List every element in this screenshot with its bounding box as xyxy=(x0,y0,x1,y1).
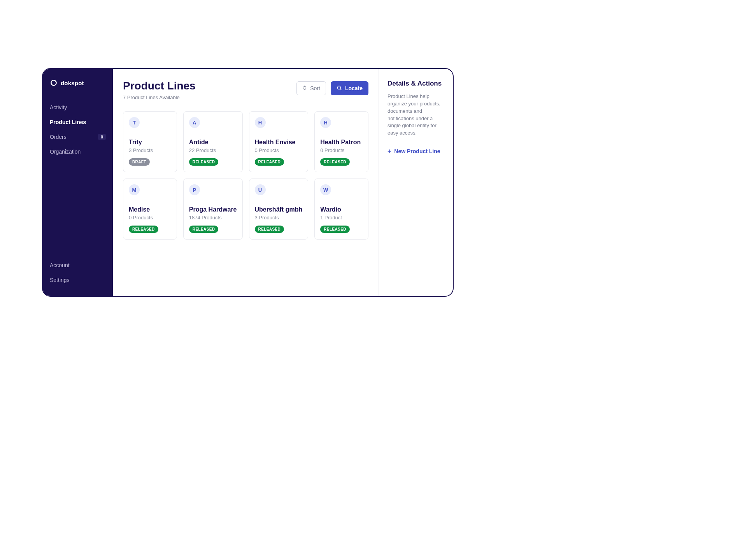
avatar: H xyxy=(320,117,331,128)
sidebar-item-organization[interactable]: Organization xyxy=(43,144,113,159)
content-area: Product Lines 7 Product Lines Available … xyxy=(113,69,379,296)
avatar: P xyxy=(189,184,200,195)
avatar: M xyxy=(129,184,140,195)
product-line-count: 0 Products xyxy=(255,147,303,153)
brand-logo-icon xyxy=(50,79,58,87)
product-line-card[interactable]: WWardio1 ProductRELEASED xyxy=(314,178,368,240)
sidebar-item-label: Activity xyxy=(50,104,67,110)
product-line-card[interactable]: PProga Hardware1874 ProductsRELEASED xyxy=(183,178,243,240)
avatar: W xyxy=(320,184,331,195)
sidebar-item-label: Settings xyxy=(50,277,70,283)
product-line-card[interactable]: AAntide22 ProductsRELEASED xyxy=(183,111,243,172)
status-badge: RELEASED xyxy=(189,158,219,166)
sidebar: dokspot Activity Product Lines Orders 0 … xyxy=(43,69,113,296)
avatar: U xyxy=(255,184,266,195)
page-header-titles: Product Lines 7 Product Lines Available xyxy=(123,80,196,100)
status-badge: DRAFT xyxy=(129,158,150,166)
sidebar-item-orders[interactable]: Orders 0 xyxy=(43,130,113,144)
orders-count-badge: 0 xyxy=(98,134,106,140)
details-panel-title: Details & Actions xyxy=(388,80,444,88)
product-line-card[interactable]: TTrity3 ProductsDRAFT xyxy=(123,111,177,172)
product-line-card[interactable]: MMedise0 ProductsRELEASED xyxy=(123,178,177,240)
product-line-count: 0 Products xyxy=(129,215,171,220)
product-line-card[interactable]: HHealth Patron0 ProductsRELEASED xyxy=(314,111,368,172)
product-line-name: Health Envise xyxy=(255,139,303,146)
product-line-count: 1874 Products xyxy=(189,215,237,220)
new-product-line-label: New Product Line xyxy=(394,148,440,154)
sidebar-nav-top: Activity Product Lines Orders 0 Organiza… xyxy=(43,100,113,258)
product-line-card[interactable]: UUbershäft gmbh3 ProductsRELEASED xyxy=(249,178,309,240)
sort-button[interactable]: Sort xyxy=(296,81,326,95)
main-area: Product Lines 7 Product Lines Available … xyxy=(113,69,453,296)
app-frame: dokspot Activity Product Lines Orders 0 … xyxy=(42,68,454,297)
details-panel-text: Product Lines help organize your product… xyxy=(388,93,444,137)
new-product-line-link[interactable]: + New Product Line xyxy=(388,148,440,154)
sidebar-item-product-lines[interactable]: Product Lines xyxy=(43,115,113,130)
sidebar-item-label: Account xyxy=(50,262,70,268)
avatar: H xyxy=(255,117,266,128)
product-line-name: Antide xyxy=(189,139,237,146)
product-line-count: 22 Products xyxy=(189,147,237,153)
sidebar-item-activity[interactable]: Activity xyxy=(43,100,113,115)
brand-name: dokspot xyxy=(61,80,84,86)
product-line-grid: TTrity3 ProductsDRAFTAAntide22 ProductsR… xyxy=(123,111,368,240)
product-line-card[interactable]: HHealth Envise0 ProductsRELEASED xyxy=(249,111,309,172)
status-badge: RELEASED xyxy=(320,158,350,166)
svg-line-2 xyxy=(340,89,341,90)
sidebar-item-settings[interactable]: Settings xyxy=(43,273,113,287)
sidebar-item-label: Product Lines xyxy=(50,119,86,125)
sidebar-item-account[interactable]: Account xyxy=(43,258,113,273)
sort-icon xyxy=(302,85,307,91)
product-line-count: 0 Products xyxy=(320,147,363,153)
product-line-name: Ubershäft gmbh xyxy=(255,206,303,213)
search-icon xyxy=(337,85,342,92)
header-actions: Sort Locate xyxy=(296,80,368,95)
locate-button-label: Locate xyxy=(345,85,363,91)
status-badge: RELEASED xyxy=(320,226,350,233)
avatar: T xyxy=(129,117,140,128)
sidebar-nav-bottom: Account Settings xyxy=(43,258,113,289)
product-line-count: 3 Products xyxy=(129,147,171,153)
product-line-count: 1 Product xyxy=(320,215,363,220)
product-line-count: 3 Products xyxy=(255,215,303,220)
product-line-name: Health Patron xyxy=(320,139,363,146)
product-line-name: Wardio xyxy=(320,206,363,213)
status-badge: RELEASED xyxy=(189,226,219,233)
sidebar-item-label: Organization xyxy=(50,149,81,155)
sidebar-item-label: Orders xyxy=(50,134,67,140)
avatar: A xyxy=(189,117,200,128)
sort-button-label: Sort xyxy=(310,85,320,91)
brand: dokspot xyxy=(43,76,113,100)
status-badge: RELEASED xyxy=(255,226,284,233)
product-line-name: Trity xyxy=(129,139,171,146)
product-line-name: Medise xyxy=(129,206,171,213)
page-subtitle: 7 Product Lines Available xyxy=(123,94,196,100)
status-badge: RELEASED xyxy=(255,158,284,166)
svg-point-0 xyxy=(51,80,56,85)
page-header: Product Lines 7 Product Lines Available … xyxy=(123,80,368,100)
plus-icon: + xyxy=(388,148,391,154)
page-title: Product Lines xyxy=(123,80,196,92)
product-line-name: Proga Hardware xyxy=(189,206,237,213)
details-panel: Details & Actions Product Lines help org… xyxy=(379,69,453,296)
status-badge: RELEASED xyxy=(129,226,158,233)
locate-button[interactable]: Locate xyxy=(331,81,368,95)
